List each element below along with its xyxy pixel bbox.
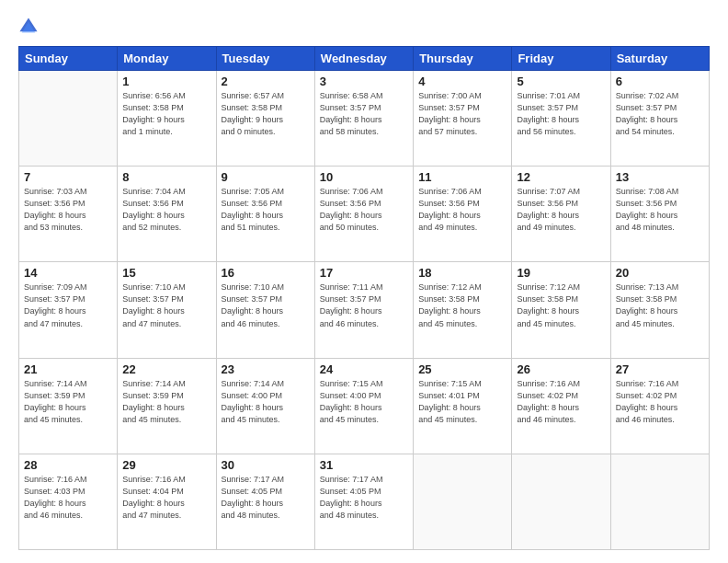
day-number: 15 — [122, 266, 210, 280]
page: SundayMondayTuesdayWednesdayThursdayFrid… — [0, 0, 728, 563]
calendar-cell: 16Sunrise: 7:10 AM Sunset: 3:57 PM Dayli… — [216, 262, 314, 358]
day-number: 16 — [222, 266, 310, 280]
calendar-cell: 21Sunrise: 7:14 AM Sunset: 3:59 PM Dayli… — [19, 358, 118, 454]
day-number: 19 — [517, 266, 605, 280]
calendar-cell — [414, 454, 512, 549]
calendar-cell: 18Sunrise: 7:12 AM Sunset: 3:58 PM Dayli… — [414, 262, 512, 358]
calendar-cell: 29Sunrise: 7:16 AM Sunset: 4:04 PM Dayli… — [118, 454, 216, 549]
day-number: 1 — [122, 75, 210, 88]
day-info: Sunrise: 7:06 AM Sunset: 3:56 PM Dayligh… — [418, 186, 506, 234]
day-info: Sunrise: 7:15 AM Sunset: 4:01 PM Dayligh… — [418, 378, 506, 426]
calendar-cell: 1Sunrise: 6:56 AM Sunset: 3:58 PM Daylig… — [118, 71, 216, 167]
weekday-header-saturday: Saturday — [610, 47, 709, 71]
calendar-cell: 12Sunrise: 7:07 AM Sunset: 3:56 PM Dayli… — [512, 167, 610, 262]
calendar-cell: 28Sunrise: 7:16 AM Sunset: 4:03 PM Dayli… — [19, 454, 118, 549]
calendar-cell: 15Sunrise: 7:10 AM Sunset: 3:57 PM Dayli… — [118, 262, 216, 358]
calendar-cell: 26Sunrise: 7:16 AM Sunset: 4:02 PM Dayli… — [512, 358, 610, 454]
calendar-cell: 10Sunrise: 7:06 AM Sunset: 3:56 PM Dayli… — [314, 167, 413, 262]
week-row-3: 21Sunrise: 7:14 AM Sunset: 3:59 PM Dayli… — [19, 358, 710, 454]
day-info: Sunrise: 7:14 AM Sunset: 3:59 PM Dayligh… — [24, 378, 112, 426]
day-info: Sunrise: 7:12 AM Sunset: 3:58 PM Dayligh… — [418, 282, 506, 329]
day-info: Sunrise: 7:08 AM Sunset: 3:56 PM Dayligh… — [616, 186, 704, 234]
day-number: 3 — [320, 75, 408, 88]
day-number: 6 — [616, 75, 704, 88]
calendar-cell: 24Sunrise: 7:15 AM Sunset: 4:00 PM Dayli… — [314, 358, 413, 454]
calendar-cell: 7Sunrise: 7:03 AM Sunset: 3:56 PM Daylig… — [19, 167, 118, 262]
calendar-cell — [610, 454, 709, 549]
logo — [18, 17, 42, 37]
week-row-4: 28Sunrise: 7:16 AM Sunset: 4:03 PM Dayli… — [19, 454, 710, 549]
weekday-header-wednesday: Wednesday — [314, 47, 413, 71]
day-number: 4 — [418, 75, 506, 88]
day-info: Sunrise: 7:17 AM Sunset: 4:05 PM Dayligh… — [222, 474, 310, 522]
day-info: Sunrise: 7:05 AM Sunset: 3:56 PM Dayligh… — [222, 186, 310, 234]
calendar-cell: 20Sunrise: 7:13 AM Sunset: 3:58 PM Dayli… — [610, 262, 709, 358]
calendar-cell: 5Sunrise: 7:01 AM Sunset: 3:57 PM Daylig… — [512, 71, 610, 167]
day-number: 20 — [616, 266, 704, 280]
calendar-cell: 19Sunrise: 7:12 AM Sunset: 3:58 PM Dayli… — [512, 262, 610, 358]
day-number: 29 — [122, 458, 210, 472]
day-info: Sunrise: 7:01 AM Sunset: 3:57 PM Dayligh… — [517, 90, 605, 138]
calendar-cell: 8Sunrise: 7:04 AM Sunset: 3:56 PM Daylig… — [118, 167, 216, 262]
week-row-0: 1Sunrise: 6:56 AM Sunset: 3:58 PM Daylig… — [19, 71, 710, 167]
calendar-cell: 27Sunrise: 7:16 AM Sunset: 4:02 PM Dayli… — [610, 358, 709, 454]
calendar-cell — [19, 71, 118, 167]
day-info: Sunrise: 7:15 AM Sunset: 4:00 PM Dayligh… — [320, 378, 408, 426]
day-info: Sunrise: 7:11 AM Sunset: 3:57 PM Dayligh… — [320, 282, 408, 329]
day-info: Sunrise: 7:02 AM Sunset: 3:57 PM Dayligh… — [616, 90, 704, 138]
day-info: Sunrise: 7:09 AM Sunset: 3:57 PM Dayligh… — [24, 282, 112, 329]
weekday-header-monday: Monday — [118, 47, 216, 71]
day-number: 26 — [517, 362, 605, 376]
calendar-cell: 3Sunrise: 6:58 AM Sunset: 3:57 PM Daylig… — [314, 71, 413, 167]
day-info: Sunrise: 7:16 AM Sunset: 4:02 PM Dayligh… — [517, 378, 605, 426]
day-number: 10 — [320, 170, 408, 184]
day-info: Sunrise: 7:14 AM Sunset: 3:59 PM Dayligh… — [122, 378, 210, 426]
day-number: 2 — [222, 75, 310, 88]
day-info: Sunrise: 7:06 AM Sunset: 3:56 PM Dayligh… — [320, 186, 408, 234]
day-info: Sunrise: 6:57 AM Sunset: 3:58 PM Dayligh… — [222, 90, 310, 138]
calendar-cell: 30Sunrise: 7:17 AM Sunset: 4:05 PM Dayli… — [216, 454, 314, 549]
calendar-cell: 25Sunrise: 7:15 AM Sunset: 4:01 PM Dayli… — [414, 358, 512, 454]
weekday-header-friday: Friday — [512, 47, 610, 71]
day-number: 17 — [320, 266, 408, 280]
day-info: Sunrise: 7:10 AM Sunset: 3:57 PM Dayligh… — [122, 282, 210, 329]
day-info: Sunrise: 7:12 AM Sunset: 3:58 PM Dayligh… — [517, 282, 605, 329]
weekday-header-thursday: Thursday — [414, 47, 512, 71]
day-number: 25 — [418, 362, 506, 376]
calendar-cell: 22Sunrise: 7:14 AM Sunset: 3:59 PM Dayli… — [118, 358, 216, 454]
day-number: 18 — [418, 266, 506, 280]
day-info: Sunrise: 7:07 AM Sunset: 3:56 PM Dayligh… — [517, 186, 605, 234]
day-number: 8 — [122, 170, 210, 184]
day-info: Sunrise: 7:14 AM Sunset: 4:00 PM Dayligh… — [222, 378, 310, 426]
week-row-1: 7Sunrise: 7:03 AM Sunset: 3:56 PM Daylig… — [19, 167, 710, 262]
day-number: 9 — [222, 170, 310, 184]
calendar-cell: 13Sunrise: 7:08 AM Sunset: 3:56 PM Dayli… — [610, 167, 709, 262]
header — [18, 17, 710, 37]
calendar-cell: 17Sunrise: 7:11 AM Sunset: 3:57 PM Dayli… — [314, 262, 413, 358]
day-number: 13 — [616, 170, 704, 184]
weekday-header-row: SundayMondayTuesdayWednesdayThursdayFrid… — [19, 47, 710, 71]
day-info: Sunrise: 6:56 AM Sunset: 3:58 PM Dayligh… — [122, 90, 210, 138]
day-info: Sunrise: 6:58 AM Sunset: 3:57 PM Dayligh… — [320, 90, 408, 138]
day-info: Sunrise: 7:00 AM Sunset: 3:57 PM Dayligh… — [418, 90, 506, 138]
calendar-cell: 23Sunrise: 7:14 AM Sunset: 4:00 PM Dayli… — [216, 358, 314, 454]
day-number: 22 — [122, 362, 210, 376]
calendar-cell: 9Sunrise: 7:05 AM Sunset: 3:56 PM Daylig… — [216, 167, 314, 262]
day-info: Sunrise: 7:10 AM Sunset: 3:57 PM Dayligh… — [222, 282, 310, 329]
day-info: Sunrise: 7:16 AM Sunset: 4:03 PM Dayligh… — [24, 474, 112, 522]
day-number: 21 — [24, 362, 112, 376]
calendar-cell: 31Sunrise: 7:17 AM Sunset: 4:05 PM Dayli… — [314, 454, 413, 549]
calendar-cell: 4Sunrise: 7:00 AM Sunset: 3:57 PM Daylig… — [414, 71, 512, 167]
day-number: 23 — [222, 362, 310, 376]
day-info: Sunrise: 7:13 AM Sunset: 3:58 PM Dayligh… — [616, 282, 704, 329]
day-number: 30 — [222, 458, 310, 472]
weekday-header-sunday: Sunday — [19, 47, 118, 71]
day-info: Sunrise: 7:17 AM Sunset: 4:05 PM Dayligh… — [320, 474, 408, 522]
day-number: 11 — [418, 170, 506, 184]
day-number: 31 — [320, 458, 408, 472]
calendar-table: SundayMondayTuesdayWednesdayThursdayFrid… — [18, 46, 710, 550]
day-number: 12 — [517, 170, 605, 184]
calendar-cell: 2Sunrise: 6:57 AM Sunset: 3:58 PM Daylig… — [216, 71, 314, 167]
weekday-header-tuesday: Tuesday — [216, 47, 314, 71]
day-info: Sunrise: 7:16 AM Sunset: 4:02 PM Dayligh… — [616, 378, 704, 426]
